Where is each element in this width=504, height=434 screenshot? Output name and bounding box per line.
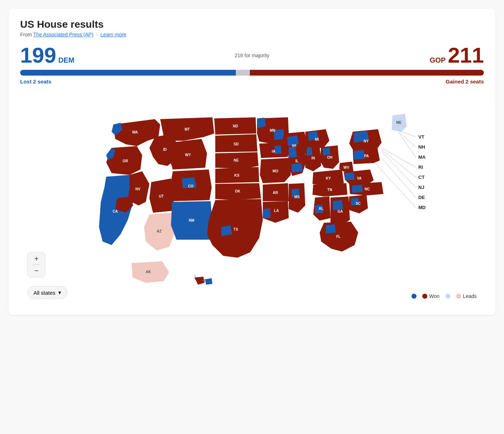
label-de-side: DE (418, 195, 425, 200)
legend: Won Leads (411, 293, 477, 299)
source-link[interactable]: The Associated Press (AP) (33, 32, 93, 37)
dem-change: Lost 2 seats (20, 78, 51, 85)
dem-label: DEM (58, 56, 74, 64)
gop-change: Gained 2 seats (446, 78, 484, 85)
learn-more-link[interactable]: Learn more (100, 32, 126, 37)
zoom-controls: + − (27, 252, 45, 277)
legend-gop-leads: Leads (456, 293, 477, 299)
state-nd[interactable] (214, 117, 256, 135)
dem-won-dot (411, 294, 417, 299)
label-nj-side: NJ (418, 185, 424, 190)
zoom-divider (33, 265, 40, 265)
all-states-button[interactable]: All states ▾ (27, 286, 67, 299)
state-nc-blue[interactable] (352, 185, 363, 193)
dropdown-arrow-icon: ▾ (58, 289, 61, 296)
gop-bar (250, 70, 484, 76)
legend-dem-won (411, 294, 417, 299)
all-states-label: All states (33, 290, 55, 296)
state-ga-blue[interactable] (333, 200, 343, 210)
dem-seats: 199 (20, 45, 56, 66)
label-md-side: MD (418, 205, 426, 210)
scoreboard: 199 DEM 218 for majority GOP 211 (20, 45, 484, 66)
gop-won-dot (422, 294, 427, 299)
state-wi-blue[interactable] (287, 135, 299, 146)
map-svg: WA OR CA NV ID MT WY (20, 90, 484, 299)
dem-score: 199 DEM (20, 45, 85, 66)
state-ok[interactable] (215, 183, 261, 200)
map-section: WA OR CA NV ID MT WY (20, 90, 484, 306)
majority-tick (255, 70, 256, 76)
toss-bar (236, 70, 250, 76)
legend-gop-won: Won (422, 293, 440, 299)
state-ms-blue[interactable] (292, 189, 300, 197)
state-hi-blue[interactable] (205, 278, 212, 285)
state-ar[interactable] (263, 183, 289, 201)
state-mo[interactable] (260, 158, 291, 183)
state-tn[interactable] (312, 183, 347, 196)
progress-bar (20, 70, 484, 76)
label-nh-side: NH (418, 144, 425, 150)
state-ia[interactable] (259, 143, 288, 158)
gop-label: GOP (429, 56, 445, 64)
state-nm[interactable] (171, 201, 212, 240)
majority-label: 218 for majority (85, 53, 419, 58)
label-ri-side: RI (418, 164, 423, 170)
legend-dem-leads (445, 294, 450, 299)
state-va-blue[interactable] (345, 172, 355, 180)
state-il-blue2[interactable] (292, 163, 302, 172)
state-tx-blue[interactable] (221, 225, 232, 236)
seats-change-row: Lost 2 seats Gained 2 seats (20, 78, 484, 85)
label-ct-side: CT (418, 175, 424, 180)
state-wy[interactable] (168, 139, 207, 169)
state-sd[interactable] (215, 134, 257, 152)
label-ma-side: MA (418, 154, 426, 160)
state-ne[interactable] (215, 152, 258, 169)
zoom-in-button[interactable]: + (31, 255, 41, 262)
state-mn-blue[interactable] (257, 118, 266, 128)
state-ks[interactable] (215, 167, 259, 183)
state-fl-blue[interactable] (326, 224, 336, 234)
gop-seats: 211 (448, 45, 484, 66)
dem-bar (20, 70, 236, 76)
state-al-blue[interactable] (315, 205, 323, 213)
zoom-out-button[interactable]: − (31, 267, 41, 274)
label-vt-side: VT (418, 134, 424, 140)
results-card: US House results From The Associated Pre… (9, 9, 495, 315)
dem-leads-dot (445, 294, 450, 299)
state-sc-blue[interactable] (351, 198, 359, 205)
gop-score: GOP 211 (419, 45, 484, 66)
gop-leads-dot (456, 294, 461, 299)
source-prefix: From (20, 32, 33, 37)
us-map[interactable]: WA OR CA NV ID MT WY (20, 90, 484, 299)
state-ia-blue[interactable] (274, 145, 282, 154)
state-co-blue[interactable] (182, 177, 196, 188)
state-la-blue[interactable] (263, 208, 271, 218)
source-line: From The Associated Press (AP) · Learn m… (20, 32, 484, 37)
state-oh-blue[interactable] (323, 147, 330, 156)
page-title: US House results (20, 19, 484, 30)
leads-label: Leads (463, 293, 477, 299)
state-pa-blue[interactable] (354, 150, 365, 160)
won-label: Won (429, 293, 440, 299)
